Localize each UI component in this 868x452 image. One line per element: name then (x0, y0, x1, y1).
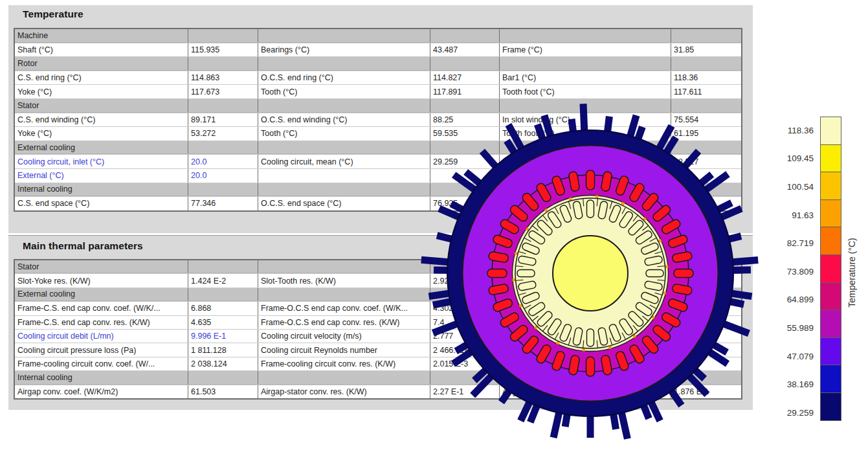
rotor-bar (517, 270, 535, 277)
cell-value[interactable]: 20.0 (188, 155, 258, 168)
cell-label: O.C.S. end ring (°C) (258, 71, 430, 85)
colorbar-block (820, 117, 841, 145)
cell-value: 2 038.124 (188, 357, 258, 370)
stator-winding-slot (487, 269, 507, 278)
stator-winding-slot (674, 269, 693, 278)
section-cell (258, 57, 430, 71)
cell-label: Tooth foot (°C) (500, 85, 671, 98)
section-label: Stator (15, 260, 188, 273)
colorbar-block (820, 310, 841, 338)
colorbar-block (820, 144, 841, 173)
cell-label: Tooth (°C) (258, 85, 430, 98)
airgap-marker-dot (595, 195, 599, 198)
section-cell (188, 99, 258, 113)
section-cell (258, 183, 430, 197)
section-cell (188, 183, 258, 197)
cell-label: Cooling circuit debit (L/mn) (15, 330, 188, 343)
colorbar-block (820, 282, 841, 311)
cell-label: Yoke (°C) (15, 127, 188, 141)
cell-value: 4.635 (188, 316, 258, 329)
cell-value: 89.171 (188, 113, 258, 127)
cell-label: Frame-O.C.S end cap conv. coef. (W/K... (258, 302, 430, 315)
cell-label: External (°C) (15, 169, 188, 183)
section-cell (430, 29, 500, 43)
cell-label: Bar1 (°C) (500, 71, 671, 85)
cell-label: Airgap conv. coef. (W/K/m2) (15, 385, 188, 398)
cell-label: O.C.S. end winding (°C) (258, 113, 430, 127)
cell-value: 118.36 (671, 71, 741, 85)
colorbar-block (820, 392, 841, 421)
rotor-bar (587, 200, 594, 218)
cell-label (258, 169, 430, 183)
cell-value[interactable]: 20.0 (188, 169, 258, 183)
colorbar-block (820, 227, 841, 255)
cell-label: Frame (°C) (500, 43, 671, 57)
cell-label: Cooling circuit, inlet (°C) (15, 155, 188, 168)
section-cell (188, 57, 258, 71)
section-cell (430, 57, 500, 71)
temperature-section-title: Temperature (23, 8, 83, 20)
airgap-marker-dot (512, 278, 515, 282)
section-label: External cooling (15, 288, 188, 301)
cell-label: Slot-Yoke res. (K/W) (15, 274, 188, 287)
section-cell (500, 29, 671, 43)
cell-value: 6.868 (188, 302, 258, 315)
shaft (553, 236, 628, 311)
cell-label: Cooling circuit Reynolds number (258, 343, 430, 356)
section-label: External cooling (15, 141, 188, 155)
cell-value: 1.424 E-2 (188, 274, 258, 287)
section-cell (671, 29, 741, 43)
thermal-section-title: Main thermal parameters (23, 240, 143, 252)
section-cell (188, 29, 258, 43)
section-label: Internal cooling (15, 183, 188, 197)
cell-value: 61.503 (188, 385, 258, 398)
cell-label: Bearings (°C) (258, 43, 430, 57)
cell-label: Yoke (°C) (15, 85, 188, 98)
rotor-bar (587, 329, 594, 346)
cell-label: Cooling circuit velocity (m/s) (258, 330, 430, 343)
section-cell (258, 371, 430, 384)
cell-label: Tooth (°C) (258, 127, 430, 141)
section-cell (188, 141, 258, 155)
rotor-bar (646, 270, 663, 277)
stator-winding-slot (586, 357, 595, 376)
cell-value[interactable]: 9.996 E-1 (188, 330, 258, 343)
table-row: Yoke (°C)117.673Tooth (°C)117.891Tooth f… (15, 85, 741, 99)
section-cell (258, 29, 430, 43)
cell-value: 31.85 (671, 43, 741, 57)
cell-label: Frame-C.S. end cap conv. coef. (W/K/... (15, 302, 188, 315)
motor-cross-section-view[interactable] (419, 102, 761, 444)
cell-label: Frame-C.S. end cap conv. res. (K/W) (15, 316, 188, 329)
cell-label: C.S. end winding (°C) (15, 113, 188, 127)
section-cell (188, 371, 258, 384)
temperature-colorbar (820, 117, 841, 421)
cell-label: Airgap-stator conv. res. (K/W) (258, 385, 430, 398)
airgap-marker-dot (665, 265, 669, 268)
section-row: Machine (15, 29, 741, 43)
colorbar-block (820, 365, 841, 393)
table-row: C.S. end ring (°C)114.863O.C.S. end ring… (15, 71, 741, 85)
section-row: Rotor (15, 57, 741, 71)
cell-value: 1 811.128 (188, 343, 258, 356)
cell-value: 114.863 (188, 71, 258, 85)
airgap-marker-dot (582, 348, 585, 352)
section-cell (188, 260, 258, 273)
cell-label: O.C.S. end space (°C) (258, 197, 430, 210)
section-label: Internal cooling (15, 371, 188, 384)
colorbar-block (820, 172, 841, 200)
table-row: Shaft (°C)115.935Bearings (°C)43.487Fram… (15, 43, 741, 58)
section-cell (500, 57, 671, 71)
section-cell (671, 57, 741, 71)
cell-value: 117.891 (430, 85, 500, 98)
colorbar-axis-label: Temperature (°C) (847, 238, 857, 308)
cell-label: Frame-cooling circuit conv. res. (K/W) (258, 357, 430, 370)
cell-value: 114.827 (430, 71, 500, 85)
section-label: Rotor (15, 57, 188, 71)
cell-value: 115.935 (188, 43, 258, 57)
section-cell (258, 141, 430, 155)
section-label: Stator (15, 99, 188, 113)
cell-label: C.S. end space (°C) (15, 197, 188, 210)
section-cell (188, 288, 258, 301)
colorbar-block (820, 337, 841, 366)
stator-winding-slot (586, 170, 595, 190)
